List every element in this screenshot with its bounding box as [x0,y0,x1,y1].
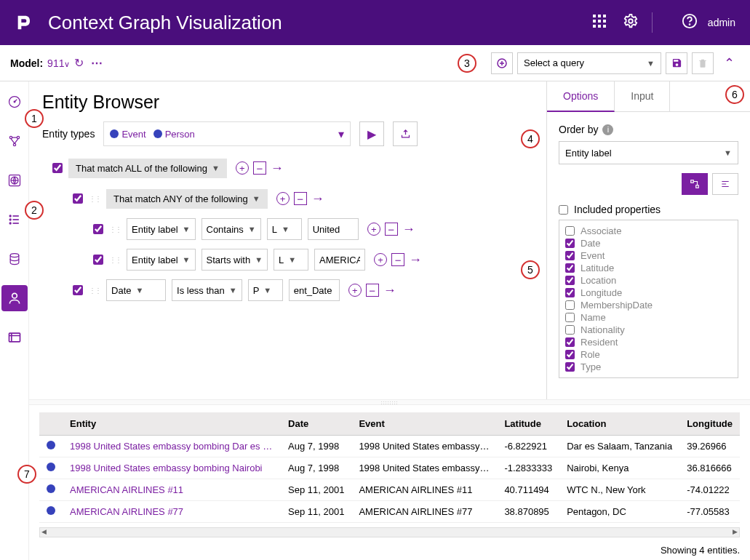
prop-checkbox[interactable] [565,239,575,248]
value-input[interactable] [314,249,365,271]
drag-handle[interactable]: ⋮⋮ [89,287,100,295]
table-row[interactable]: AMERICAN AIRLINES #77 Sep 11, 2001 AMERI… [39,501,740,523]
prop-item[interactable]: Name [564,311,733,324]
table-row[interactable]: AMERICAN AIRLINES #11 Sep 11, 2001 AMERI… [39,479,740,501]
add-query-button[interactable] [491,52,513,74]
orderby-select[interactable]: Entity label▼ [559,141,738,164]
prop-item[interactable]: Type [564,361,733,373]
save-button[interactable] [666,52,687,74]
prop-item[interactable]: MembershipDate [564,299,733,311]
tab-input[interactable]: Input [615,81,670,111]
tab-options[interactable]: Options [547,81,615,112]
arrow-icon[interactable]: → [311,191,324,207]
nav-dashboard[interactable] [1,89,28,115]
col-header[interactable]: Latitude [497,412,559,436]
cond-check[interactable] [93,224,103,234]
prop-checkbox[interactable] [565,226,575,236]
add-icon[interactable]: + [374,253,387,266]
remove-icon[interactable]: − [391,253,404,266]
value-input[interactable] [289,279,340,301]
prop-item[interactable]: Latitude [564,262,733,274]
col-header[interactable]: Entity [63,412,281,436]
apps-icon[interactable] [592,14,607,31]
entity-link[interactable]: 1998 United States embassy bombing Nairo… [63,457,281,479]
entity-link[interactable]: AMERICAN AIRLINES #77 [63,501,281,523]
remove-icon[interactable]: − [294,192,307,205]
nav-entity-browser[interactable] [1,285,28,311]
export-button[interactable] [393,121,418,146]
prop-item[interactable]: Longitude [564,287,733,299]
col-header[interactable]: Event [351,412,497,436]
field-select[interactable]: Date ▼ [106,279,166,301]
prop-checkbox[interactable] [565,337,575,347]
op-select[interactable]: Is less than ▼ [172,279,242,301]
cond-check[interactable] [93,255,103,265]
prop-checkbox[interactable] [565,313,575,322]
view-tree-button[interactable] [682,173,708,195]
group-all-select[interactable]: That match ALL of the following ▼ [68,159,227,178]
prop-item[interactable]: Date [564,237,733,249]
drag-handle[interactable]: ⋮⋮ [89,195,100,203]
prop-checkbox[interactable] [565,276,575,285]
param-select[interactable]: L ▼ [274,249,308,271]
user-label[interactable]: admin [708,17,735,28]
help-icon[interactable] [682,13,698,32]
remove-icon[interactable]: − [366,284,379,297]
prop-checkbox[interactable] [565,362,575,372]
entity-link[interactable]: AMERICAN AIRLINES #11 [63,479,281,501]
prop-item[interactable]: Nationality [564,324,733,336]
col-header[interactable]: Longitude [679,412,740,436]
prop-checkbox[interactable] [565,263,575,273]
arrow-icon[interactable]: → [271,161,284,176]
add-icon[interactable]: + [276,192,290,205]
model-value[interactable]: 911∨ [47,57,70,69]
pane-grip[interactable]: :::::::: [29,399,750,405]
nav-list[interactable] [1,207,28,233]
op-select[interactable]: Contains ▼ [202,218,261,240]
param-select[interactable]: L ▼ [267,218,302,240]
prop-item[interactable]: Resident [564,336,733,348]
drag-handle[interactable]: ⋮⋮ [109,256,121,264]
add-icon[interactable]: + [236,161,249,175]
prop-checkbox[interactable] [565,300,575,310]
remove-icon[interactable]: − [253,161,266,175]
op-select[interactable]: Starts with ▼ [202,249,268,271]
prop-checkbox[interactable] [565,251,575,260]
prop-checkbox[interactable] [565,288,575,297]
horizontal-scrollbar[interactable] [39,527,740,537]
table-row[interactable]: 1998 United States embassy bombing Nairo… [39,457,740,479]
info-icon[interactable]: i [602,124,613,135]
more-icon[interactable]: ⋯ [91,56,103,70]
prop-item[interactable]: Associate [564,225,733,237]
cond-check[interactable] [73,285,83,295]
query-select[interactable]: Select a query ▼ [517,52,661,74]
included-props-master-check[interactable] [559,205,568,215]
col-header[interactable]: Location [559,412,679,436]
value-input[interactable] [308,218,359,240]
remove-icon[interactable]: − [385,223,398,236]
drag-handle[interactable]: ⋮⋮ [109,225,121,233]
prop-checkbox[interactable] [565,350,575,359]
entity-types-select[interactable]: Event Person ▾ [103,121,351,146]
prop-item[interactable]: Location [564,274,733,287]
cond-check-any[interactable] [73,193,83,204]
prop-item[interactable]: Event [564,249,733,262]
col-header[interactable]: Date [281,412,351,436]
add-icon[interactable]: + [367,223,380,236]
field-select[interactable]: Entity label ▼ [127,249,195,271]
field-select[interactable]: Entity label ▼ [127,218,195,240]
entity-link[interactable]: 1998 United States embassy bombing Dar e… [63,436,281,457]
arrow-icon[interactable]: → [409,252,422,268]
nav-db[interactable] [1,246,28,272]
group-any-select[interactable]: That match ANY of the following ▼ [106,189,268,209]
gear-icon[interactable] [623,13,639,32]
collapse-button[interactable]: ⌃ [718,52,740,74]
add-icon[interactable]: + [348,284,362,297]
prop-checkbox[interactable] [565,325,575,335]
param-select[interactable]: P ▼ [248,279,283,301]
cond-check-all[interactable] [52,163,63,173]
arrow-icon[interactable]: → [402,222,415,237]
view-flat-button[interactable] [712,173,738,195]
nav-globe[interactable] [1,167,28,193]
run-button[interactable]: ▶ [359,121,384,146]
